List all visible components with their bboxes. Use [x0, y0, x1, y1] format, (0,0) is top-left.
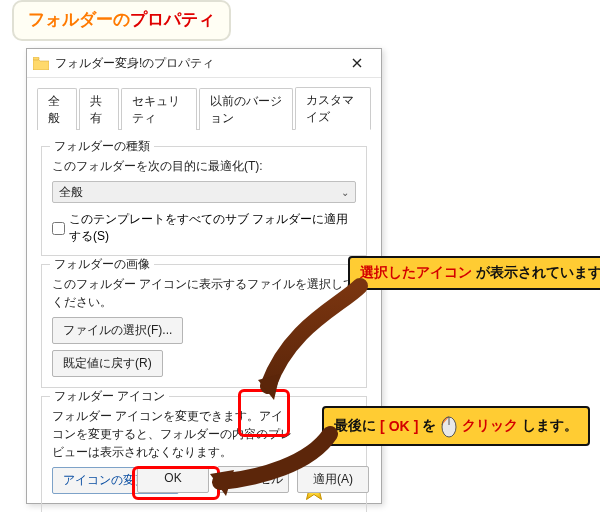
tab-general[interactable]: 全般 — [37, 88, 77, 130]
callout2-pre: 最後に — [334, 417, 376, 435]
group-folder-picture: フォルダーの画像 このフォルダー アイコンに表示するファイルを選択してください。… — [41, 264, 367, 388]
tab-security[interactable]: セキュリティ — [121, 88, 197, 130]
callout1-red: 選択したアイコン — [360, 264, 472, 282]
tab-sharing[interactable]: 共有 — [79, 88, 119, 130]
apply-button[interactable]: 適用(A) — [297, 466, 369, 493]
group-folder-icon: フォルダー アイコン フォルダー アイコンを変更できます。アイコンを変更すると、… — [41, 396, 367, 512]
annotation-title-bubble: フォルダーのプロパティ — [12, 0, 231, 41]
tab-customize[interactable]: カスタマイズ — [295, 87, 371, 130]
titlebar: フォルダー変身!のプロパティ — [27, 49, 381, 78]
chevron-down-icon: ⌄ — [341, 187, 349, 198]
mouse-icon — [440, 414, 458, 438]
group-folder-type-legend: フォルダーの種類 — [50, 138, 154, 155]
tab-content: フォルダーの種類 このフォルダーを次の目的に最適化(T): 全般 ⌄ このテンプ… — [27, 130, 381, 512]
folder-picture-desc: このフォルダー アイコンに表示するファイルを選択してください。 — [52, 275, 356, 311]
callout1-rest: が表示されています。 — [476, 264, 600, 282]
optimize-label: このフォルダーを次の目的に最適化(T): — [52, 157, 356, 175]
optimize-select-value: 全般 — [59, 184, 83, 201]
bubble-part2: の — [113, 10, 130, 29]
folder-icon — [33, 57, 49, 70]
folder-icon-desc: フォルダー アイコンを変更できます。アイコンを変更すると、フォルダーの内容のプレ… — [52, 407, 292, 461]
cancel-button[interactable]: キャンセル — [217, 466, 289, 493]
tab-previous-versions[interactable]: 以前のバージョン — [199, 88, 293, 130]
callout-selected-icon: 選択したアイコンが表示されています。 — [348, 256, 600, 290]
svg-rect-0 — [33, 57, 39, 60]
group-folder-icon-legend: フォルダー アイコン — [50, 388, 169, 405]
ok-button[interactable]: OK — [137, 466, 209, 493]
group-folder-picture-legend: フォルダーの画像 — [50, 256, 154, 273]
tab-strip: 全般 共有 セキュリティ 以前のバージョン カスタマイズ — [27, 78, 381, 129]
callout2-bl: [ — [380, 418, 385, 434]
bubble-part3: プロパティ — [130, 10, 215, 29]
optimize-select[interactable]: 全般 ⌄ — [52, 181, 356, 203]
close-button[interactable] — [337, 51, 377, 75]
group-folder-type: フォルダーの種類 このフォルダーを次の目的に最適化(T): 全般 ⌄ このテンプ… — [41, 146, 367, 256]
callout2-mid: を — [422, 417, 436, 435]
restore-default-button[interactable]: 既定値に戻す(R) — [52, 350, 163, 377]
choose-file-button[interactable]: ファイルの選択(F)... — [52, 317, 183, 344]
apply-subfolders-row[interactable]: このテンプレートをすべてのサブ フォルダーに適用する(S) — [52, 211, 356, 245]
apply-subfolders-label: このテンプレートをすべてのサブ フォルダーに適用する(S) — [69, 211, 356, 245]
callout2-post: します。 — [522, 417, 578, 435]
dialog-footer: OK キャンセル 適用(A) — [137, 466, 369, 493]
callout2-br: ] — [414, 418, 419, 434]
callout2-ok: OK — [389, 418, 410, 434]
bubble-part1: フォルダー — [28, 10, 113, 29]
window-title: フォルダー変身!のプロパティ — [55, 55, 337, 72]
apply-subfolders-checkbox[interactable] — [52, 222, 65, 235]
callout2-click: クリック — [462, 417, 518, 435]
callout-click-ok: 最後に [ OK ] を クリックします。 — [322, 406, 590, 446]
